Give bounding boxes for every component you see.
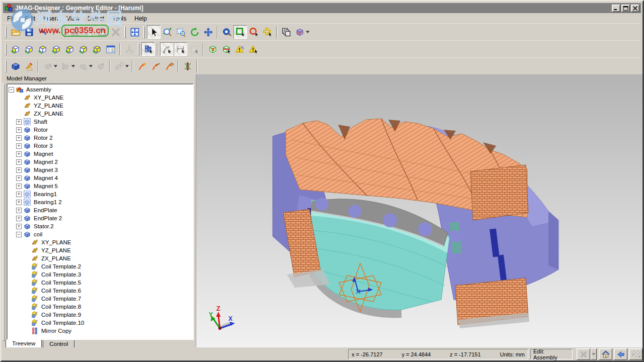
- clearance-check-button[interactable]: [219, 42, 233, 56]
- tree-expander[interactable]: −: [9, 87, 14, 93]
- datum-line-button[interactable]: [148, 59, 162, 73]
- tree-expander[interactable]: +: [16, 216, 22, 221]
- tree-item-magnet-2[interactable]: +Magnet 2: [9, 158, 193, 166]
- resize-grip[interactable]: [633, 350, 640, 357]
- cancel-edit-button[interactable]: [577, 348, 590, 360]
- rotate-view-button[interactable]: [188, 25, 201, 39]
- tree-item-coil-template-2[interactable]: Coil Template.2: [9, 262, 193, 270]
- tree-item-magnet-3[interactable]: +Magnet 3: [9, 166, 193, 174]
- interference-check-button[interactable]: [206, 42, 219, 56]
- edit-sketch-button[interactable]: [22, 59, 36, 73]
- view-left-button[interactable]: [9, 42, 22, 56]
- menu-select[interactable]: Select: [84, 14, 108, 23]
- tree-item-rotor[interactable]: +Rotor: [9, 126, 193, 134]
- tree-expander[interactable]: +: [16, 184, 22, 189]
- box-select-button[interactable]: [233, 25, 247, 39]
- polygon-select-button[interactable]: [261, 25, 274, 39]
- menu-insert[interactable]: Insert: [39, 14, 62, 23]
- save-button[interactable]: [22, 25, 36, 39]
- menu-edit[interactable]: Edit: [21, 14, 39, 23]
- title-bar[interactable]: JMAG-Designer : Geometry Editor - [Harum…: [3, 3, 641, 13]
- tree-expander[interactable]: +: [16, 224, 22, 229]
- tree-expander[interactable]: +: [16, 167, 22, 173]
- measure-button[interactable]: [220, 25, 233, 39]
- datum-plane-button[interactable]: [162, 59, 176, 73]
- tree-expander[interactable]: +: [16, 192, 22, 197]
- tree-item-yz-plane[interactable]: YZ_PLANE: [9, 102, 193, 110]
- tree-expander[interactable]: +: [16, 208, 22, 213]
- tree-item-zx-plane[interactable]: ZX_PLANE: [9, 254, 193, 262]
- close-button[interactable]: [631, 5, 639, 12]
- tree-item-mirror-copy[interactable]: Mirror Copy: [9, 327, 193, 335]
- pan-view-button[interactable]: [201, 25, 215, 39]
- tree-item-assembly[interactable]: −Assembly: [9, 85, 193, 94]
- view-right-button[interactable]: [22, 42, 36, 56]
- tree-expander[interactable]: +: [16, 143, 22, 149]
- fit-window-button[interactable]: [128, 25, 141, 39]
- show-parts-button[interactable]: [141, 42, 155, 56]
- panel-gripper[interactable]: [3, 83, 5, 341]
- mirror-pattern-button[interactable]: [181, 59, 194, 73]
- view-front-button[interactable]: [63, 42, 76, 56]
- tree-item-magnet[interactable]: +Magnet: [9, 150, 193, 158]
- tree-expander[interactable]: +: [16, 119, 22, 125]
- circle-select-button[interactable]: [247, 25, 261, 39]
- tree-item-rotor-2[interactable]: +Rotor 2: [9, 134, 193, 142]
- tree-expander[interactable]: +: [16, 175, 22, 181]
- menu-tools[interactable]: Tools: [108, 14, 130, 23]
- tree-item-coil-template-6[interactable]: Coil Template.6: [9, 287, 193, 295]
- tree-item-endplate[interactable]: +EndPlate: [9, 206, 193, 214]
- tree-item-bearing1[interactable]: +Bearing1: [9, 190, 193, 198]
- home-view-button[interactable]: [599, 348, 612, 360]
- tree-expander[interactable]: +: [16, 127, 22, 133]
- tree-item-coil-template-9[interactable]: Coil Template.9: [9, 311, 193, 319]
- create-solid-button[interactable]: [9, 59, 22, 73]
- topology-check-button[interactable]: [247, 42, 260, 56]
- tree-item-coil-template-7[interactable]: Coil Template.7: [9, 295, 193, 303]
- minimize-button[interactable]: [612, 5, 620, 12]
- tree-item-magnet-4[interactable]: +Magnet 4: [9, 174, 193, 182]
- zoom-region-button[interactable]: [174, 25, 188, 39]
- pick-filter-button[interactable]: [279, 25, 293, 39]
- distance-measure-button[interactable]: [174, 42, 187, 56]
- menu-file[interactable]: File: [3, 14, 21, 23]
- tree-item-coil-template-3[interactable]: Coil Template.3: [9, 270, 193, 279]
- tree-expander[interactable]: +: [16, 200, 22, 205]
- geometry-check-button[interactable]: [233, 42, 247, 56]
- undo-button[interactable]: [36, 25, 49, 39]
- tree-item-endplate-2[interactable]: +EndPlate 2: [9, 214, 193, 222]
- viewport-3d[interactable]: Y Z X: [196, 74, 642, 347]
- tree-item-magnet-5[interactable]: +Magnet 5: [9, 182, 193, 190]
- menu-view[interactable]: View: [62, 14, 84, 23]
- back-button[interactable]: [614, 348, 627, 360]
- menu-help[interactable]: Help: [130, 14, 151, 23]
- tree-item-xy-plane[interactable]: XY_PLANE: [9, 238, 193, 246]
- tree-item-coil-template-10[interactable]: Coil Template.10: [9, 319, 193, 327]
- datum-point-button[interactable]: [135, 59, 148, 73]
- view-list-button[interactable]: [104, 42, 117, 56]
- tree-item-bearing1-2[interactable]: +Bearing1 2: [9, 198, 193, 206]
- view-bottom-button[interactable]: [49, 42, 63, 56]
- mesh-display-button[interactable]: [293, 25, 306, 39]
- tree-expander[interactable]: +: [16, 135, 22, 141]
- tree-item-coil-template-5[interactable]: Coil Template.5: [9, 279, 193, 287]
- tree-expander[interactable]: −: [16, 232, 22, 237]
- tree-item-coil[interactable]: −coil: [9, 230, 193, 238]
- tree-item-zx-plane[interactable]: ZX_PLANE: [9, 110, 193, 118]
- open-button[interactable]: [9, 25, 22, 39]
- view-back-button[interactable]: [76, 42, 90, 56]
- tree-item-shaft[interactable]: +Shaft: [9, 118, 193, 126]
- maximize-button[interactable]: [621, 5, 630, 12]
- zoom-in-out-button[interactable]: [160, 25, 174, 39]
- tree-item-rotor-3[interactable]: +Rotor 3: [9, 142, 193, 150]
- cancel-edit-dropdown[interactable]: [591, 348, 597, 360]
- tree-expander[interactable]: +: [16, 159, 22, 165]
- tree-expander[interactable]: +: [16, 151, 22, 157]
- tree-item-stator-2[interactable]: +Stator.2: [9, 222, 193, 230]
- select-mode-button[interactable]: [147, 25, 160, 39]
- tree-item-yz-plane[interactable]: YZ_PLANE: [9, 246, 193, 254]
- view-isometric-button[interactable]: [90, 42, 104, 56]
- view-top-button[interactable]: [36, 42, 49, 56]
- tree-item-xy-plane[interactable]: XY_PLANE: [9, 94, 193, 102]
- tree-item-coil-template-8[interactable]: Coil Template.8: [9, 303, 193, 311]
